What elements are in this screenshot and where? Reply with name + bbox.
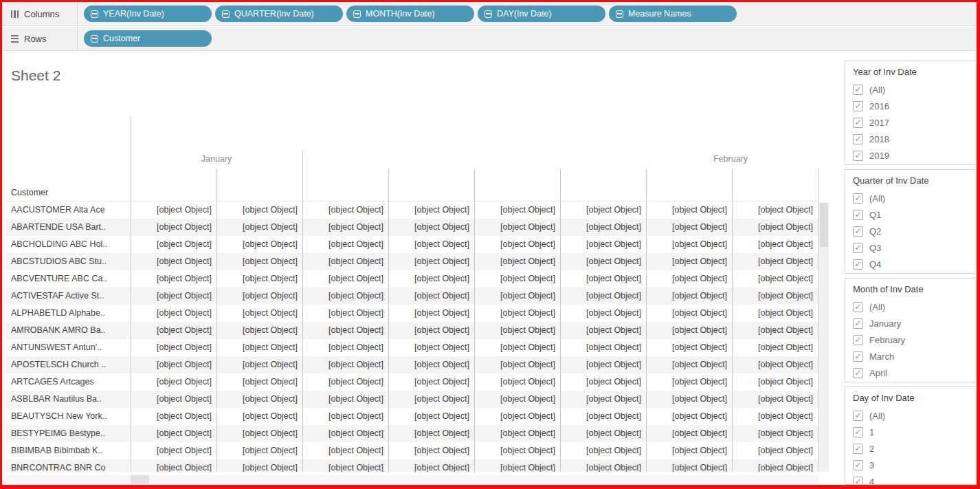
checkbox[interactable]: ✓: [853, 444, 863, 454]
sales-value-cell[interactable]: [object Object]: [388, 425, 474, 442]
horizontal-scrollbar[interactable]: [5, 475, 819, 485]
sales-value-cell[interactable]: [object Object]: [732, 391, 818, 408]
sales-value-cell[interactable]: [object Object]: [131, 459, 216, 472]
sales-value-cell[interactable]: [object Object]: [474, 459, 560, 472]
sales-value-cell[interactable]: [object Object]: [560, 459, 646, 472]
sales-value-cell[interactable]: [object Object]: [560, 253, 646, 270]
sales-value-cell[interactable]: [object Object]: [560, 442, 646, 459]
sales-value-cell[interactable]: [object Object]: [302, 442, 388, 459]
horizontal-scrollbar-thumb[interactable]: [131, 475, 149, 484]
sales-value-cell[interactable]: [object Object]: [131, 202, 216, 219]
customer-label[interactable]: ABCHOLDING ABC Hol..: [5, 236, 131, 253]
filter-item[interactable]: ✓ 3: [853, 457, 977, 473]
sales-value-cell[interactable]: [object Object]: [732, 202, 818, 219]
sales-value-cell[interactable]: [object Object]: [302, 373, 388, 391]
sales-value-cell[interactable]: [object Object]: [474, 373, 560, 391]
sales-value-cell[interactable]: [object Object]: [131, 287, 216, 305]
sales-value-cell[interactable]: [object Object]: [474, 202, 560, 219]
sales-value-cell[interactable]: [object Object]: [388, 253, 474, 270]
checkbox[interactable]: ✓: [853, 193, 863, 204]
sales-value-cell[interactable]: [object Object]: [216, 459, 302, 472]
sales-value-cell[interactable]: [object Object]: [302, 391, 388, 408]
filter-item[interactable]: ✓ 4: [853, 473, 977, 485]
sales-value-cell[interactable]: [object Object]: [732, 219, 818, 236]
sales-value-cell[interactable]: [object Object]: [646, 305, 732, 322]
checkbox[interactable]: ✓: [853, 226, 863, 237]
sales-value-cell[interactable]: [object Object]: [302, 236, 388, 253]
checkbox[interactable]: ✓: [853, 101, 863, 111]
sales-value-cell[interactable]: [object Object]: [646, 442, 732, 459]
filter-item[interactable]: ✓ 2: [853, 440, 977, 457]
customer-label[interactable]: BEAUTYSCH New York..: [5, 408, 131, 425]
sales-value-cell[interactable]: [object Object]: [388, 442, 474, 459]
sales-value-cell[interactable]: [object Object]: [302, 322, 388, 339]
customer-label[interactable]: BESTYPEIMG Bestype..: [5, 425, 131, 442]
collapse-minus-icon[interactable]: [616, 10, 623, 18]
sales-value-cell[interactable]: [object Object]: [560, 202, 646, 219]
sales-value-cell[interactable]: [object Object]: [474, 270, 560, 287]
filter-item[interactable]: ✓ 2016: [853, 98, 977, 114]
checkbox[interactable]: ✓: [853, 151, 863, 161]
sales-value-cell[interactable]: [object Object]: [474, 219, 560, 236]
sales-value-cell[interactable]: [object Object]: [388, 391, 474, 408]
sales-value-cell[interactable]: [object Object]: [474, 356, 560, 373]
checkbox[interactable]: ✓: [853, 460, 863, 470]
sales-value-cell[interactable]: [object Object]: [732, 253, 818, 270]
sales-value-cell[interactable]: [object Object]: [646, 425, 732, 442]
sales-value-cell[interactable]: [object Object]: [216, 305, 302, 322]
sales-value-cell[interactable]: [object Object]: [302, 253, 388, 270]
collapse-minus-icon[interactable]: [91, 10, 98, 18]
customer-label[interactable]: AACUSTOMER Alta Ace: [5, 202, 131, 219]
sales-value-cell[interactable]: [object Object]: [216, 356, 302, 373]
checkbox[interactable]: ✓: [853, 118, 863, 128]
sales-value-cell[interactable]: [object Object]: [302, 305, 388, 322]
column-pill[interactable]: QUARTER(Inv Date): [215, 6, 343, 22]
customer-label[interactable]: BNRCONTRAC BNR Co: [5, 459, 131, 472]
sales-value-cell[interactable]: [object Object]: [474, 391, 560, 408]
customer-label[interactable]: ALPHABETLD Alphabe..: [5, 305, 131, 322]
sales-value-cell[interactable]: [object Object]: [216, 202, 302, 219]
filter-item[interactable]: ✓ 2017: [853, 114, 977, 131]
checkbox[interactable]: ✓: [853, 368, 863, 378]
sales-value-cell[interactable]: [object Object]: [388, 356, 474, 373]
sales-value-cell[interactable]: [object Object]: [646, 270, 732, 287]
sales-value-cell[interactable]: [object Object]: [131, 236, 216, 253]
filter-item[interactable]: ✓ February: [853, 332, 977, 348]
sales-value-cell[interactable]: [object Object]: [388, 236, 474, 253]
sales-value-cell[interactable]: [object Object]: [560, 356, 646, 373]
sales-value-cell[interactable]: [object Object]: [560, 287, 646, 305]
sales-value-cell[interactable]: [object Object]: [474, 253, 560, 270]
row-pill[interactable]: Customer: [84, 30, 212, 47]
vertical-scrollbar-thumb[interactable]: [820, 203, 828, 247]
sales-value-cell[interactable]: [object Object]: [388, 459, 474, 472]
customer-label[interactable]: APOSTELSCH Church ..: [5, 356, 131, 373]
filter-item[interactable]: ✓ January: [853, 315, 977, 332]
sales-value-cell[interactable]: [object Object]: [560, 339, 646, 356]
column-pill[interactable]: DAY(Inv Date): [478, 6, 605, 22]
filter-item[interactable]: ✓ (All): [853, 298, 977, 315]
sales-value-cell[interactable]: [object Object]: [131, 391, 216, 408]
sales-value-cell[interactable]: [object Object]: [131, 339, 216, 356]
sales-value-cell[interactable]: [object Object]: [732, 425, 818, 442]
sales-value-cell[interactable]: [object Object]: [560, 322, 646, 339]
checkbox[interactable]: ✓: [853, 335, 863, 345]
sales-value-cell[interactable]: [object Object]: [646, 391, 732, 408]
sales-value-cell[interactable]: [object Object]: [302, 339, 388, 356]
sales-value-cell[interactable]: [object Object]: [732, 459, 818, 472]
sales-value-cell[interactable]: [object Object]: [388, 339, 474, 356]
sales-value-cell[interactable]: [object Object]: [560, 270, 646, 287]
collapse-minus-icon[interactable]: [353, 10, 361, 18]
sales-value-cell[interactable]: [object Object]: [131, 253, 216, 270]
customer-label[interactable]: ASBLBAR Nautilus Ba..: [5, 391, 131, 408]
sales-value-cell[interactable]: [object Object]: [474, 442, 560, 459]
sales-value-cell[interactable]: [object Object]: [302, 287, 388, 305]
sales-value-cell[interactable]: [object Object]: [388, 322, 474, 339]
sales-value-cell[interactable]: [object Object]: [302, 270, 388, 287]
sales-value-cell[interactable]: [object Object]: [474, 425, 560, 442]
sales-value-cell[interactable]: [object Object]: [732, 287, 818, 305]
customer-label[interactable]: ABCSTUDIOS ABC Stu..: [5, 253, 131, 270]
customer-label[interactable]: AMROBANK AMRO Ba..: [5, 322, 131, 339]
sales-value-cell[interactable]: [object Object]: [131, 373, 216, 391]
sales-value-cell[interactable]: [object Object]: [131, 356, 216, 373]
vertical-scrollbar[interactable]: [819, 202, 829, 472]
